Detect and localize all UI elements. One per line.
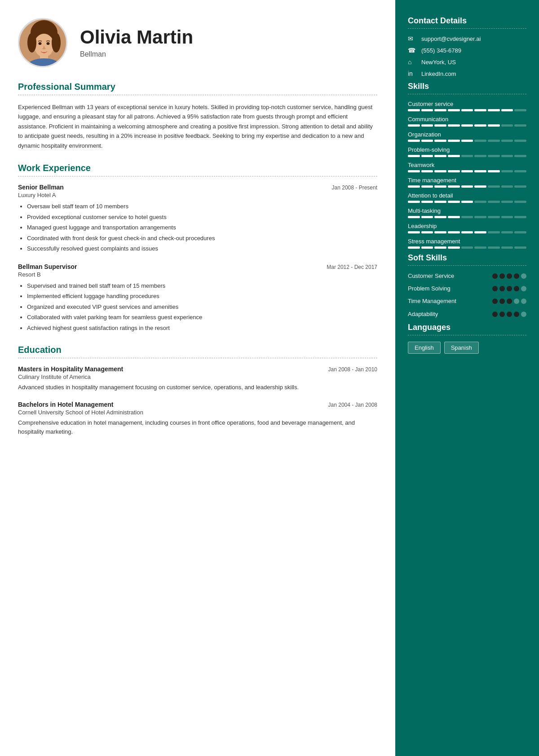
skill-bars bbox=[408, 185, 526, 188]
skill-bar bbox=[514, 216, 526, 218]
skill-bar bbox=[448, 216, 460, 218]
skill-bar bbox=[434, 155, 446, 157]
skill-bar bbox=[501, 185, 513, 188]
skill-item: Communication bbox=[408, 116, 526, 127]
language-tag: English bbox=[408, 342, 441, 354]
soft-skill-item: Problem Solving bbox=[408, 285, 526, 293]
job-company: Resort B bbox=[18, 271, 377, 278]
soft-skill-item: Customer Service bbox=[408, 272, 526, 280]
skill-bar bbox=[488, 155, 500, 157]
dots bbox=[492, 286, 526, 291]
skill-bar bbox=[434, 216, 446, 218]
skill-bar bbox=[514, 185, 526, 188]
skill-bar bbox=[501, 216, 513, 218]
skill-bars bbox=[408, 231, 526, 233]
skill-bar bbox=[501, 246, 513, 249]
dot bbox=[514, 273, 519, 279]
soft-skills-container: Customer Service Problem Solving Time Ma… bbox=[408, 272, 526, 318]
right-column: Contact Details ✉ support@cvdesigner.ai … bbox=[395, 0, 539, 756]
skill-bar bbox=[488, 170, 500, 172]
skill-item: Teamwork bbox=[408, 162, 526, 172]
bullet-item: Managed guest luggage and transportation… bbox=[27, 223, 377, 232]
skill-bar bbox=[461, 140, 473, 142]
contact-item: ✉ support@cvdesigner.ai bbox=[408, 35, 526, 42]
skill-bar bbox=[501, 201, 513, 203]
resume-container: Olivia Martin Bellman Professional Summa… bbox=[0, 0, 539, 756]
dot bbox=[514, 312, 519, 317]
job-bullets: Oversaw bell staff team of 10 membersPro… bbox=[18, 202, 377, 253]
skill-bars bbox=[408, 124, 526, 127]
skill-label: Time management bbox=[408, 177, 526, 184]
dot bbox=[521, 286, 526, 291]
skill-bar bbox=[448, 231, 460, 233]
skill-bar bbox=[461, 216, 473, 218]
dot bbox=[514, 286, 519, 291]
jobs-container: Senior Bellman Jan 2008 - Present Luxury… bbox=[18, 184, 377, 332]
skill-bar bbox=[514, 155, 526, 157]
skill-item: Stress management bbox=[408, 238, 526, 249]
skill-bar bbox=[474, 231, 486, 233]
skill-item: Problem-solving bbox=[408, 146, 526, 157]
dots bbox=[492, 299, 526, 304]
skill-bars bbox=[408, 216, 526, 218]
dot bbox=[521, 273, 526, 279]
dots bbox=[492, 273, 526, 279]
skill-bar bbox=[408, 140, 420, 142]
education-section: Education Masters in Hospitality Managem… bbox=[18, 345, 377, 436]
languages-section: Languages EnglishSpanish bbox=[408, 323, 526, 354]
skill-bar bbox=[421, 231, 433, 233]
skill-bar bbox=[488, 216, 500, 218]
skill-bar bbox=[501, 155, 513, 157]
job-block: Senior Bellman Jan 2008 - Present Luxury… bbox=[18, 184, 377, 253]
skill-bar bbox=[434, 185, 446, 188]
summary-divider bbox=[18, 95, 377, 95]
soft-skills-section: Soft Skills Customer Service Problem Sol… bbox=[408, 253, 526, 318]
languages-container: EnglishSpanish bbox=[408, 342, 526, 354]
skill-bar bbox=[514, 201, 526, 203]
edu-degree: Bachelors in Hotel Management bbox=[18, 401, 113, 408]
contact-text: NewYork, US bbox=[421, 59, 456, 66]
skill-bar bbox=[461, 155, 473, 157]
skill-bar bbox=[408, 246, 420, 249]
skill-bar bbox=[474, 201, 486, 203]
dot bbox=[521, 312, 526, 317]
contact-item: in LinkedIn.com bbox=[408, 70, 526, 77]
contact-icon: ☎ bbox=[408, 47, 418, 54]
languages-title: Languages bbox=[408, 323, 526, 332]
dots bbox=[492, 312, 526, 317]
job-bullets: Supervised and trained bell staff team o… bbox=[18, 281, 377, 333]
contact-divider bbox=[408, 28, 526, 29]
soft-skills-divider bbox=[408, 265, 526, 266]
skill-bar bbox=[474, 185, 486, 188]
skill-label: Customer service bbox=[408, 101, 526, 107]
skill-bar bbox=[488, 201, 500, 203]
job-title-text: Bellman Supervisor bbox=[18, 263, 77, 270]
bullet-item: Achieved highest guest satisfaction rati… bbox=[27, 324, 377, 333]
bullet-item: Successfully resolved guest complaints a… bbox=[27, 244, 377, 253]
contact-container: ✉ support@cvdesigner.ai ☎ (555) 345-6789… bbox=[408, 35, 526, 77]
skill-bar bbox=[461, 246, 473, 249]
dot bbox=[492, 312, 498, 317]
skill-bar bbox=[461, 201, 473, 203]
edu-institution: Cornell University School of Hotel Admin… bbox=[18, 409, 377, 416]
bullet-item: Coordinated with front desk for guest ch… bbox=[27, 234, 377, 243]
skill-bar bbox=[461, 170, 473, 172]
work-divider bbox=[18, 176, 377, 176]
skill-bar bbox=[421, 109, 433, 111]
skill-bar bbox=[448, 170, 460, 172]
dot bbox=[492, 299, 498, 304]
svg-point-7 bbox=[39, 42, 42, 45]
contact-section: Contact Details ✉ support@cvdesigner.ai … bbox=[408, 16, 526, 77]
skill-bar bbox=[474, 216, 486, 218]
soft-skills-title: Soft Skills bbox=[408, 253, 526, 263]
dot bbox=[507, 273, 512, 279]
soft-skill-item: Adaptability bbox=[408, 310, 526, 318]
skill-bar bbox=[421, 124, 433, 127]
skill-bar bbox=[408, 185, 420, 188]
skill-bar bbox=[448, 140, 460, 142]
skill-label: Multi-tasking bbox=[408, 207, 526, 214]
job-title-text: Senior Bellman bbox=[18, 184, 64, 191]
skill-bar bbox=[421, 155, 433, 157]
skill-label: Communication bbox=[408, 116, 526, 123]
skill-bar bbox=[434, 246, 446, 249]
